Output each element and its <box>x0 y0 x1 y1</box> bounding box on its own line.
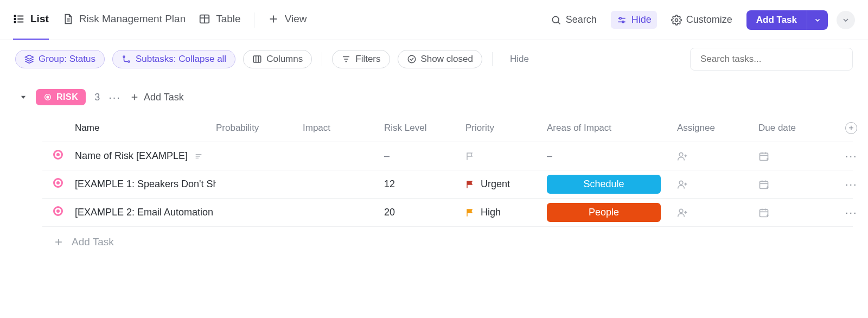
chevron-down-icon <box>814 16 821 24</box>
filters-pill-label: Filters <box>355 54 380 65</box>
status-dot[interactable] <box>53 206 63 216</box>
tab-risk-management[interactable]: Risk Management Plan <box>62 0 186 40</box>
svg-line-14 <box>558 22 560 24</box>
cell-assignee[interactable] <box>677 151 758 162</box>
priority-label: Urgent <box>481 179 510 190</box>
add-task-button[interactable]: Add Task <box>746 10 807 30</box>
add-task-row[interactable]: Add Task <box>53 227 853 257</box>
area-tag: Schedule <box>547 175 661 194</box>
cell-risk-level[interactable]: 20 <box>384 207 465 218</box>
sliders-icon <box>616 15 627 26</box>
hide-button[interactable]: Hide <box>611 11 657 29</box>
flag-icon <box>465 180 475 189</box>
cell-assignee[interactable] <box>677 179 758 190</box>
task-name: [EXAMPLE 2: Email Automation (Email ... <box>75 207 216 218</box>
cell-risk-level[interactable]: 12 <box>384 179 465 190</box>
col-impact[interactable]: Impact <box>303 123 384 133</box>
col-probability[interactable]: Probability <box>216 123 303 133</box>
priority-label: High <box>481 207 501 218</box>
table-row[interactable]: Name of Risk [EXAMPLE] – – ··· <box>42 142 853 170</box>
status-badge-risk[interactable]: RISK <box>36 89 86 105</box>
cell-due-date[interactable] <box>758 179 845 190</box>
col-priority[interactable]: Priority <box>465 123 547 133</box>
cell-priority[interactable] <box>465 151 547 161</box>
area-tag: People <box>547 203 661 222</box>
group-count: 3 <box>94 92 100 103</box>
cell-priority[interactable]: Urgent <box>465 179 547 190</box>
show-closed-label: Show closed <box>421 54 473 65</box>
list-icon <box>13 13 25 25</box>
group-add-task[interactable]: Add Task <box>130 92 184 103</box>
add-column-button[interactable]: + <box>845 122 857 134</box>
calendar-plus-icon <box>758 207 769 218</box>
col-areas[interactable]: Areas of Impact <box>547 123 677 133</box>
search-tasks-field[interactable] <box>690 48 853 71</box>
group-add-task-label: Add Task <box>144 92 184 103</box>
cell-priority[interactable]: High <box>465 207 547 218</box>
add-task-row-label: Add Task <box>72 236 114 248</box>
svg-point-21 <box>123 56 125 58</box>
status-dot[interactable] <box>53 178 63 188</box>
doc-icon <box>62 13 74 25</box>
row-more[interactable]: ··· <box>845 178 867 190</box>
cell-assignee[interactable] <box>677 207 758 218</box>
search-icon <box>551 15 561 26</box>
add-view[interactable]: View <box>267 0 307 40</box>
col-due[interactable]: Due date <box>758 123 845 133</box>
hide-label: Hide <box>631 14 652 26</box>
svg-point-32 <box>47 96 49 98</box>
cell-areas[interactable]: – <box>547 150 677 162</box>
svg-point-16 <box>620 17 621 19</box>
status-dot[interactable] <box>53 150 63 160</box>
more-menu-button[interactable] <box>837 11 855 29</box>
add-user-icon <box>677 179 688 190</box>
columns-icon <box>252 54 262 64</box>
task-name: Name of Risk [EXAMPLE] <box>75 150 188 162</box>
chevron-down-icon <box>841 16 850 24</box>
group-pill[interactable]: Group: Status <box>15 50 105 68</box>
search-button[interactable]: Search <box>545 11 602 29</box>
show-closed-pill[interactable]: Show closed <box>398 50 482 68</box>
tab-list[interactable]: List <box>13 0 49 40</box>
collapse-group[interactable] <box>20 93 27 101</box>
search-tasks-input[interactable] <box>700 54 843 65</box>
customize-button[interactable]: Customize <box>666 11 738 29</box>
svg-point-38 <box>679 152 683 156</box>
svg-marker-20 <box>25 55 34 60</box>
cell-due-date[interactable] <box>758 151 845 162</box>
columns-pill-label: Columns <box>266 54 303 65</box>
stack-icon <box>24 54 34 64</box>
add-task-dropdown[interactable] <box>807 10 828 30</box>
svg-point-0 <box>14 15 16 17</box>
col-assignee[interactable]: Assignee <box>677 123 758 133</box>
col-name[interactable]: Name <box>75 123 216 133</box>
col-risk-level[interactable]: Risk Level <box>384 123 465 133</box>
plus-icon <box>53 237 64 247</box>
cell-risk-level[interactable]: – <box>384 150 465 162</box>
add-user-icon <box>677 207 688 218</box>
tab-rmp-label: Risk Management Plan <box>79 13 186 25</box>
hide-toggle[interactable]: Hide <box>510 54 529 65</box>
filters-pill[interactable]: Filters <box>332 50 390 68</box>
svg-point-18 <box>622 21 624 22</box>
add-view-label: View <box>285 13 307 25</box>
subtasks-pill-label: Subtasks: Collapse all <box>136 54 226 65</box>
table-row[interactable]: [EXAMPLE 1: Speakers Don't Show Up] 12 U… <box>42 170 853 199</box>
tab-table[interactable]: Table <box>199 0 240 40</box>
cell-due-date[interactable] <box>758 207 845 218</box>
table-row[interactable]: [EXAMPLE 2: Email Automation (Email ... … <box>42 199 853 227</box>
cell-areas[interactable]: People <box>547 203 677 222</box>
columns-pill[interactable]: Columns <box>243 50 312 68</box>
svg-point-22 <box>128 61 130 62</box>
triangle-down-icon <box>20 93 27 101</box>
flag-icon <box>465 151 475 161</box>
calendar-plus-icon <box>758 151 769 162</box>
subtasks-pill[interactable]: Subtasks: Collapse all <box>112 50 235 68</box>
row-more[interactable]: ··· <box>845 150 867 162</box>
cell-areas[interactable]: Schedule <box>547 175 677 194</box>
row-more[interactable]: ··· <box>845 206 867 219</box>
description-icon <box>194 152 203 161</box>
table-icon <box>199 13 210 25</box>
group-more[interactable]: ··· <box>108 91 121 104</box>
add-user-icon <box>677 151 688 162</box>
